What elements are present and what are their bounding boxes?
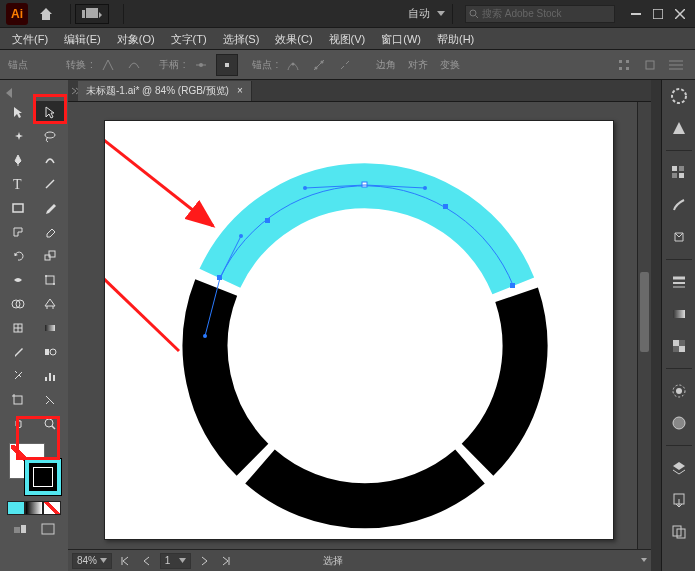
status-menu-icon[interactable] [641, 556, 647, 566]
curvature-tool-icon[interactable] [35, 149, 65, 171]
graphic-styles-icon[interactable] [667, 411, 691, 435]
transparency-icon[interactable] [667, 334, 691, 358]
rotate-tool-icon[interactable] [3, 245, 33, 267]
fill-stroke-control[interactable] [5, 441, 63, 497]
free-transform-tool-icon[interactable] [35, 269, 65, 291]
cb-align-label[interactable]: 对齐 [404, 58, 432, 72]
color-chip-solid[interactable] [7, 501, 25, 515]
line-tool-icon[interactable] [35, 173, 65, 195]
stroke-swatch[interactable] [25, 459, 61, 495]
color-chip-gradient[interactable] [25, 501, 43, 515]
blend-tool-icon[interactable] [35, 341, 65, 363]
cb-anchors-label: 锚点 [252, 58, 272, 72]
svg-rect-55 [362, 182, 367, 187]
scale-tool-icon[interactable] [35, 245, 65, 267]
svg-rect-4 [631, 13, 641, 15]
svg-rect-50 [21, 525, 26, 533]
artboards-panel-icon[interactable] [667, 520, 691, 544]
menu-object[interactable]: 对象(O) [109, 28, 163, 50]
pen-tool-icon[interactable] [3, 149, 33, 171]
stroke-panel-icon[interactable] [667, 270, 691, 294]
selection-tool-icon[interactable] [3, 101, 33, 123]
shape-builder-tool-icon[interactable] [3, 293, 33, 315]
svg-rect-1 [86, 8, 98, 18]
cb-edge-label[interactable]: 边角 [372, 58, 400, 72]
show-handles-icon[interactable] [190, 54, 212, 76]
brushes-icon[interactable] [667, 193, 691, 217]
vertical-scrollbar[interactable] [637, 102, 651, 549]
column-graph-tool-icon[interactable] [35, 365, 65, 387]
status-mode: 选择 [323, 554, 343, 568]
convert-smooth-icon[interactable] [123, 54, 145, 76]
workspace-switcher[interactable] [75, 4, 109, 24]
layers-icon[interactable] [667, 456, 691, 480]
cut-path-icon[interactable] [334, 54, 356, 76]
zoom-tool-icon[interactable] [35, 413, 65, 435]
menu-help[interactable]: 帮助(H) [429, 28, 482, 50]
cb-transform-label[interactable]: 变换 [436, 58, 464, 72]
direct-selection-tool-icon[interactable] [35, 101, 65, 123]
align-pixels-icon[interactable] [639, 54, 661, 76]
divider [123, 4, 124, 24]
draw-normal-icon[interactable] [10, 521, 30, 537]
perspective-tool-icon[interactable] [35, 293, 65, 315]
menu-select[interactable]: 选择(S) [215, 28, 268, 50]
home-icon[interactable] [38, 6, 54, 22]
asset-export-icon[interactable] [667, 488, 691, 512]
tabbar-expand-icon[interactable] [68, 80, 78, 102]
type-tool-icon[interactable]: T [3, 173, 33, 195]
appearance-icon[interactable] [667, 379, 691, 403]
document-tab[interactable]: 未标题-1.ai* @ 84% (RGB/预览) × [78, 81, 252, 101]
width-tool-icon[interactable] [3, 269, 33, 291]
last-artboard-icon[interactable] [217, 553, 235, 569]
gradient-tool-icon[interactable] [35, 317, 65, 339]
symbols-icon[interactable] [667, 225, 691, 249]
artboard-tool-icon[interactable] [3, 389, 33, 411]
screen-mode-icon[interactable] [38, 521, 58, 537]
slice-tool-icon[interactable] [35, 389, 65, 411]
magic-wand-tool-icon[interactable] [3, 125, 33, 147]
color-panel-icon[interactable] [667, 84, 691, 108]
mesh-tool-icon[interactable] [3, 317, 33, 339]
menu-type[interactable]: 文字(T) [163, 28, 215, 50]
prev-artboard-icon[interactable] [138, 553, 156, 569]
convert-corner-icon[interactable] [97, 54, 119, 76]
canvas[interactable] [68, 102, 637, 549]
menu-file[interactable]: 文件(F) [4, 28, 56, 50]
scrollbar-thumb[interactable] [640, 272, 649, 352]
svg-point-13 [315, 66, 318, 69]
tab-close-icon[interactable]: × [237, 85, 243, 96]
search-input[interactable]: 搜索 Adobe Stock [465, 5, 615, 23]
eraser-tool-icon[interactable] [35, 221, 65, 243]
hide-handles-icon[interactable] [216, 54, 238, 76]
menu-window[interactable]: 窗口(W) [373, 28, 429, 50]
menu-effect[interactable]: 效果(C) [267, 28, 320, 50]
artboard-number[interactable]: 1 [160, 553, 191, 569]
maximize-button[interactable] [649, 6, 667, 22]
svg-rect-52 [42, 524, 54, 534]
next-artboard-icon[interactable] [195, 553, 213, 569]
remove-anchor-icon[interactable] [282, 54, 304, 76]
connect-anchor-icon[interactable] [308, 54, 330, 76]
menu-edit[interactable]: 编辑(E) [56, 28, 109, 50]
close-button[interactable] [671, 6, 689, 22]
minimize-button[interactable] [627, 6, 645, 22]
zoom-select[interactable]: 84% [72, 553, 112, 569]
swatches-icon[interactable] [667, 161, 691, 185]
eyedropper-tool-icon[interactable] [3, 341, 33, 363]
color-chip-none[interactable] [43, 501, 61, 515]
lasso-tool-icon[interactable] [35, 125, 65, 147]
auto-dropdown-icon[interactable] [434, 7, 448, 21]
more-options-icon[interactable] [665, 54, 687, 76]
svg-point-41 [50, 349, 56, 355]
first-artboard-icon[interactable] [116, 553, 134, 569]
paintbrush-tool-icon[interactable] [35, 197, 65, 219]
shaper-tool-icon[interactable] [3, 221, 33, 243]
rectangle-tool-icon[interactable] [3, 197, 33, 219]
menu-view[interactable]: 视图(V) [321, 28, 374, 50]
hand-tool-icon[interactable] [3, 413, 33, 435]
symbol-sprayer-tool-icon[interactable] [3, 365, 33, 387]
isolate-icon[interactable] [613, 54, 635, 76]
gradient-panel-icon[interactable] [667, 302, 691, 326]
color-guide-icon[interactable] [667, 116, 691, 140]
